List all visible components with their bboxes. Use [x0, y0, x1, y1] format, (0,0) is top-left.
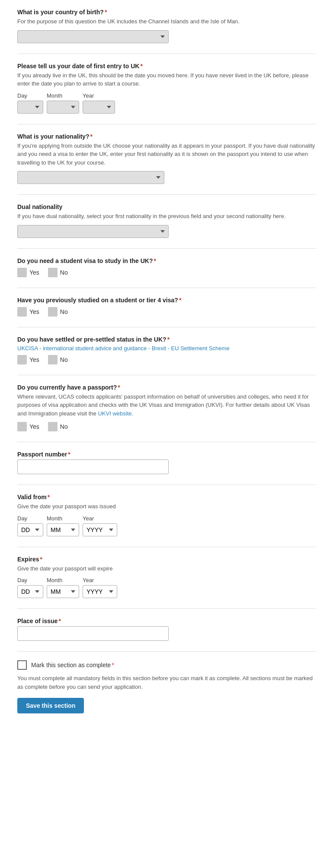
student-visa-yes-option[interactable]: Yes — [17, 268, 39, 277]
divider-3 — [17, 194, 316, 195]
has-passport-label: Do you currently have a passport?* — [17, 384, 316, 391]
valid-from-day-select[interactable]: DD — [17, 523, 43, 536]
nationality-text: What is your nationality? — [17, 133, 89, 140]
valid-from-month-label: Month — [47, 515, 79, 522]
student-visa-yes-radio[interactable] — [17, 268, 27, 277]
settled-status-no-option[interactable]: No — [48, 355, 68, 364]
place-of-issue-section: Place of issue* — [17, 618, 316, 641]
previous-visa-yes-option[interactable]: Yes — [17, 307, 39, 317]
country-of-birth-section: What is your country of birth?* For the … — [17, 9, 316, 43]
student-visa-no-radio[interactable] — [48, 268, 58, 277]
has-passport-yes-label: Yes — [29, 423, 39, 430]
student-visa-yes-label: Yes — [29, 269, 39, 276]
passport-number-section: Passport number* — [17, 451, 316, 474]
has-passport-hint2: . — [131, 410, 133, 417]
first-entry-year-select[interactable] — [83, 101, 115, 114]
required-star-12: * — [112, 662, 114, 668]
country-of-birth-text: What is your country of birth? — [17, 9, 104, 16]
required-star-10: * — [40, 556, 42, 563]
required-star-4: * — [154, 257, 156, 264]
expires-month-label: Month — [47, 577, 79, 583]
previous-visa-section: Have you previously studied on a student… — [17, 297, 316, 317]
settled-status-radio-group: Yes No — [17, 355, 316, 364]
expires-day-group: Day DD — [17, 577, 43, 598]
passport-number-input[interactable] — [17, 459, 169, 474]
save-button[interactable]: Save this section — [17, 698, 84, 713]
student-visa-no-option[interactable]: No — [48, 268, 68, 277]
expires-section: Expires* Give the date your passport wil… — [17, 556, 316, 599]
has-passport-hint1: Where relevant, UCAS collects applicants… — [17, 393, 310, 417]
expires-day-select[interactable]: DD — [17, 585, 43, 598]
student-visa-section: Do you need a student visa to study in t… — [17, 257, 316, 277]
has-passport-no-option[interactable]: No — [48, 422, 68, 431]
place-of-issue-label: Place of issue* — [17, 618, 316, 624]
expires-year-label: Year — [83, 577, 117, 583]
previous-visa-text: Have you previously studied on a student… — [17, 297, 178, 304]
expires-text: Expires — [17, 556, 39, 563]
divider-9 — [17, 485, 316, 485]
valid-from-year-select[interactable]: YYYY — [83, 523, 117, 536]
has-passport-no-label: No — [60, 423, 68, 430]
required-star-7: * — [118, 384, 120, 391]
previous-visa-radio-group: Yes No — [17, 307, 316, 317]
student-visa-label: Do you need a student visa to study in t… — [17, 257, 316, 264]
settled-status-link-container: UKCISA - international student advice an… — [17, 345, 316, 352]
mark-complete-hint: You must complete all mandatory fields i… — [17, 674, 316, 691]
required-star-6: * — [167, 336, 170, 343]
dual-nationality-label: Dual nationality — [17, 203, 316, 210]
nationality-label: What is your nationality?* — [17, 133, 316, 140]
expires-year-group: Year YYYY — [83, 577, 117, 598]
first-entry-section: Please tell us your date of first entry … — [17, 63, 316, 114]
expires-year-select[interactable]: YYYY — [83, 585, 117, 598]
place-of-issue-input[interactable] — [17, 626, 169, 641]
divider-8 — [17, 442, 316, 442]
country-of-birth-hint: For the purpose of this question the UK … — [17, 17, 316, 26]
first-entry-month-select[interactable] — [47, 101, 79, 114]
previous-visa-no-radio[interactable] — [48, 307, 58, 317]
has-passport-no-radio[interactable] — [48, 422, 58, 431]
first-entry-text: Please tell us your date of first entry … — [17, 63, 139, 70]
place-of-issue-text: Place of issue — [17, 618, 58, 624]
required-star-11: * — [58, 618, 61, 624]
valid-from-month-select[interactable]: MM — [47, 523, 79, 536]
first-entry-day-select[interactable] — [17, 101, 43, 114]
settled-status-label: Do you have settled or pre-settled statu… — [17, 336, 316, 343]
country-of-birth-select[interactable] — [17, 30, 169, 43]
mark-complete-section: Mark this section as complete* You must … — [17, 660, 316, 691]
day-label: Day — [17, 92, 43, 99]
nationality-hint: If you're applying from outside the UK c… — [17, 142, 316, 167]
previous-visa-yes-radio[interactable] — [17, 307, 27, 317]
divider-1 — [17, 54, 316, 54]
required-star-8: * — [68, 451, 70, 458]
year-label: Year — [83, 92, 115, 99]
settled-status-link[interactable]: UKCISA - international student advice an… — [17, 345, 230, 352]
previous-visa-no-option[interactable]: No — [48, 307, 68, 317]
valid-from-month-group: Month MM — [47, 515, 79, 536]
student-visa-no-label: No — [60, 269, 68, 276]
nationality-select[interactable] — [17, 171, 164, 184]
has-passport-radio-group: Yes No — [17, 422, 316, 431]
settled-status-yes-radio[interactable] — [17, 355, 27, 364]
required-star-3: * — [90, 133, 92, 140]
previous-visa-label: Have you previously studied on a student… — [17, 297, 316, 304]
settled-status-section: Do you have settled or pre-settled statu… — [17, 336, 316, 364]
ukvi-link[interactable]: UKVI website — [98, 410, 131, 417]
mark-complete-checkbox[interactable] — [17, 660, 27, 670]
settled-status-no-radio[interactable] — [48, 355, 58, 364]
has-passport-yes-radio[interactable] — [17, 422, 27, 431]
has-passport-yes-option[interactable]: Yes — [17, 422, 39, 431]
year-group: Year — [83, 92, 115, 114]
divider-6 — [17, 327, 316, 327]
valid-from-day-group: Day DD — [17, 515, 43, 536]
previous-visa-yes-label: Yes — [29, 308, 39, 315]
divider-7 — [17, 375, 316, 375]
student-visa-text: Do you need a student visa to study in t… — [17, 257, 153, 264]
required-star-2: * — [140, 63, 142, 70]
has-passport-hint: Where relevant, UCAS collects applicants… — [17, 393, 316, 418]
dual-nationality-select[interactable] — [17, 225, 169, 238]
passport-number-text: Passport number — [17, 451, 67, 458]
valid-from-text: Valid from — [17, 494, 47, 501]
settled-status-no-label: No — [60, 356, 68, 363]
settled-status-yes-option[interactable]: Yes — [17, 355, 39, 364]
expires-month-select[interactable]: MM — [47, 585, 79, 598]
